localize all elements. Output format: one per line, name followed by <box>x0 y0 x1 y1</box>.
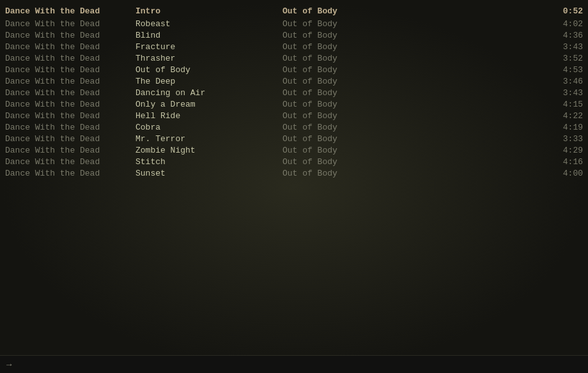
track-album: Out of Body <box>280 146 545 155</box>
track-row[interactable]: Dance With the DeadDancing on AirOut of … <box>0 87 588 98</box>
track-list: Dance With the Dead Intro Out of Body 0:… <box>0 0 588 184</box>
track-duration: 4:29 <box>545 146 583 155</box>
track-title: Cobra <box>133 123 280 132</box>
track-duration: 3:33 <box>545 134 583 144</box>
track-row[interactable]: Dance With the DeadBlindOut of Body4:36 <box>0 29 588 41</box>
track-row[interactable]: Dance With the DeadOnly a DreamOut of Bo… <box>0 98 588 110</box>
track-album: Out of Body <box>280 157 545 167</box>
track-album: Out of Body <box>280 31 545 40</box>
track-row[interactable]: Dance With the DeadOut of BodyOut of Bod… <box>0 64 588 75</box>
track-artist: Dance With the Dead <box>5 19 133 29</box>
track-title: Fracture <box>133 42 280 52</box>
track-duration: 3:46 <box>545 77 583 86</box>
track-duration: 4:02 <box>545 19 583 29</box>
track-duration: 4:00 <box>545 169 583 178</box>
track-title: Dancing on Air <box>133 88 280 98</box>
track-duration: 4:16 <box>545 157 583 167</box>
track-artist: Dance With the Dead <box>5 157 133 167</box>
track-duration: 3:43 <box>545 42 583 52</box>
track-album: Out of Body <box>280 54 545 63</box>
track-artist: Dance With the Dead <box>5 146 133 155</box>
track-row[interactable]: Dance With the DeadStitchOut of Body4:16 <box>0 156 588 167</box>
header-duration: 0:52 <box>545 6 583 16</box>
track-album: Out of Body <box>280 100 545 109</box>
track-duration: 4:19 <box>545 123 583 132</box>
header-artist: Dance With the Dead <box>5 6 133 16</box>
track-title: Stitch <box>133 157 280 167</box>
bottom-bar: → <box>0 355 588 373</box>
track-row[interactable]: Dance With the DeadThrasherOut of Body3:… <box>0 52 588 64</box>
track-row[interactable]: Dance With the DeadSunsetOut of Body4:00 <box>0 167 588 179</box>
track-artist: Dance With the Dead <box>5 77 133 86</box>
track-title: Hell Ride <box>133 111 280 121</box>
track-album: Out of Body <box>280 42 545 52</box>
track-artist: Dance With the Dead <box>5 123 133 132</box>
track-title: Robeast <box>133 19 280 29</box>
track-artist: Dance With the Dead <box>5 65 133 75</box>
track-artist: Dance With the Dead <box>5 31 133 40</box>
track-album: Out of Body <box>280 77 545 86</box>
track-list-header: Dance With the Dead Intro Out of Body 0:… <box>0 5 588 17</box>
track-title: Blind <box>133 31 280 40</box>
track-artist: Dance With the Dead <box>5 88 133 98</box>
track-album: Out of Body <box>280 19 545 29</box>
track-artist: Dance With the Dead <box>5 134 133 144</box>
track-row[interactable]: Dance With the DeadCobraOut of Body4:19 <box>0 121 588 133</box>
track-title: Zombie Night <box>133 146 280 155</box>
track-album: Out of Body <box>280 65 545 75</box>
track-title: Mr. Terror <box>133 134 280 144</box>
track-artist: Dance With the Dead <box>5 169 133 178</box>
track-title: Thrasher <box>133 54 280 63</box>
track-row[interactable]: Dance With the DeadHell RideOut of Body4… <box>0 110 588 121</box>
track-title: Out of Body <box>133 65 280 75</box>
track-album: Out of Body <box>280 111 545 121</box>
track-artist: Dance With the Dead <box>5 42 133 52</box>
track-title: Sunset <box>133 169 280 178</box>
track-duration: 4:22 <box>545 111 583 121</box>
track-row[interactable]: Dance With the DeadMr. TerrorOut of Body… <box>0 133 588 144</box>
track-artist: Dance With the Dead <box>5 111 133 121</box>
header-title: Intro <box>133 6 280 16</box>
track-row[interactable]: Dance With the DeadFractureOut of Body3:… <box>0 41 588 52</box>
track-duration: 3:43 <box>545 88 583 98</box>
track-album: Out of Body <box>280 169 545 178</box>
track-album: Out of Body <box>280 88 545 98</box>
track-row[interactable]: Dance With the DeadZombie NightOut of Bo… <box>0 144 588 156</box>
track-title: The Deep <box>133 77 280 86</box>
track-artist: Dance With the Dead <box>5 54 133 63</box>
track-duration: 4:15 <box>545 100 583 109</box>
track-title: Only a Dream <box>133 100 280 109</box>
track-artist: Dance With the Dead <box>5 100 133 109</box>
track-duration: 4:53 <box>545 65 583 75</box>
header-album: Out of Body <box>280 6 545 16</box>
arrow-icon: → <box>6 360 12 370</box>
track-duration: 3:52 <box>545 54 583 63</box>
track-row[interactable]: Dance With the DeadThe DeepOut of Body3:… <box>0 75 588 87</box>
track-row[interactable]: Dance With the DeadRobeastOut of Body4:0… <box>0 18 588 29</box>
track-album: Out of Body <box>280 123 545 132</box>
track-album: Out of Body <box>280 134 545 144</box>
track-duration: 4:36 <box>545 31 583 40</box>
